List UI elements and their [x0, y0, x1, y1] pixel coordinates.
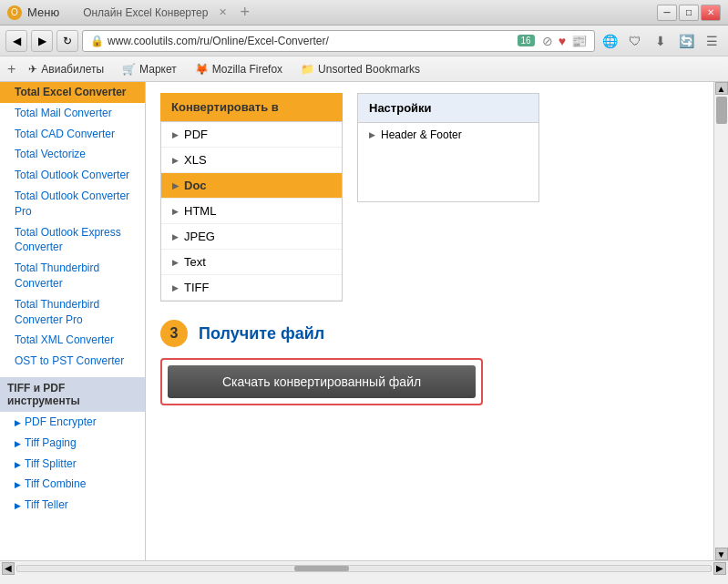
scroll-right-button[interactable]: ▶: [713, 562, 726, 575]
sidebar-item-total-excel[interactable]: Total Excel Converter: [0, 82, 145, 103]
scroll-thumb[interactable]: [716, 97, 727, 124]
sidebar-item-tiff-teller[interactable]: ▶Tiff Teller: [0, 495, 145, 516]
arrow-icon: ▶: [15, 460, 21, 469]
arrow-icon: ▶: [15, 480, 21, 489]
vertical-scrollbar[interactable]: ▲ ▼: [713, 82, 728, 560]
option-arrow-icon: ▶: [172, 181, 179, 190]
tab-title: Онлайн Excel Конвертер: [83, 6, 208, 19]
arrow-icon: ▶: [15, 439, 21, 448]
refresh-button[interactable]: ↻: [56, 30, 78, 52]
shield-icon[interactable]: 🛡: [624, 30, 646, 52]
horizontal-scrollbar[interactable]: ◀ ▶: [0, 560, 728, 575]
close-button[interactable]: ✕: [701, 5, 721, 21]
sidebar-item-pdf-encrypter[interactable]: ▶PDF Encrypter: [0, 412, 145, 433]
sidebar-item-total-outlook[interactable]: Total Outlook Converter: [0, 165, 145, 186]
opera-icon: O: [7, 5, 22, 20]
add-bookmark-button[interactable]: +: [7, 61, 15, 77]
bookmark-flights[interactable]: ✈ Авиабилеты: [23, 61, 109, 77]
settings-header: Настройки: [358, 94, 538, 123]
sidebar-item-tiff-paging[interactable]: ▶Tiff Paging: [0, 433, 145, 454]
download-button[interactable]: Скачать конвертированный файл: [168, 365, 476, 398]
sidebar-item-total-xml[interactable]: Total XML Converter: [0, 330, 145, 351]
menu-button[interactable]: Меню: [27, 5, 59, 19]
firefox-icon: 🦊: [195, 63, 209, 76]
sidebar-item-total-vectorize[interactable]: Total Vectorize: [0, 144, 145, 165]
option-doc[interactable]: ▶ Doc: [161, 173, 342, 199]
sidebar-item-tiff-splitter[interactable]: ▶Tiff Splitter: [0, 454, 145, 475]
navigation-bar: ◀ ▶ ↻ 🔒 www.coolutils.com/ru/Online/Exce…: [0, 26, 728, 56]
bookmark-firefox[interactable]: 🦊 Mozilla Firefox: [190, 61, 288, 77]
title-bar: O Меню Онлайн Excel Конвертер ✕ + ─ □ ✕: [0, 0, 728, 26]
arrow-icon: ▶: [15, 501, 21, 510]
address-bar[interactable]: 🔒 www.coolutils.com/ru/Online/Excel-Conv…: [82, 30, 595, 52]
step-title: Получите файл: [199, 324, 324, 343]
option-arrow-icon: ▶: [172, 207, 179, 216]
settings-panel: Настройки ▶ Header & Footer: [357, 93, 539, 202]
sidebar-item-total-outlook-pro[interactable]: Total Outlook Converter Pro: [0, 186, 145, 222]
sidebar-item-total-cad[interactable]: Total CAD Converter: [0, 124, 145, 145]
new-tab-button[interactable]: +: [240, 3, 250, 22]
option-jpeg[interactable]: ▶ JPEG: [161, 224, 342, 250]
download-button-container: Скачать конвертированный файл: [160, 358, 483, 405]
convert-options-list: ▶ PDF ▶ XLS ▶ Doc ▶ HTML: [160, 121, 343, 302]
sidebar-item-tiff-combine[interactable]: ▶Tiff Combine: [0, 474, 145, 495]
convert-to-label: Конвертировать в: [160, 93, 343, 121]
folder-icon: 📁: [301, 63, 314, 76]
convert-options-row: Конвертировать в ▶ PDF ▶ XLS ▶ Doc: [160, 93, 699, 302]
horizontal-scroll-thumb[interactable]: [294, 566, 349, 571]
convert-options-panel: Конвертировать в ▶ PDF ▶ XLS ▶ Doc: [160, 93, 343, 302]
step-number: 3: [160, 320, 188, 347]
rss-icon[interactable]: 📰: [571, 34, 587, 48]
sidebar-item-ost-to-pst[interactable]: OST to PST Converter: [0, 351, 145, 372]
content-area: Конвертировать в ▶ PDF ▶ XLS ▶ Doc: [146, 82, 713, 560]
sidebar-item-total-thunderbird-pro[interactable]: Total Thunderbird Converter Pro: [0, 294, 145, 331]
download-icon[interactable]: ⬇: [650, 30, 672, 52]
bookmark-market[interactable]: 🛒 Маркет: [117, 61, 182, 77]
settings-arrow-icon: ▶: [369, 130, 375, 139]
globe-icon[interactable]: 🌐: [599, 30, 620, 52]
back-button[interactable]: ◀: [5, 30, 27, 52]
cancel-icon[interactable]: ⊘: [542, 34, 553, 48]
security-badge: 16: [518, 35, 535, 46]
scroll-up-button[interactable]: ▲: [715, 82, 728, 95]
option-arrow-icon: ▶: [172, 156, 179, 165]
settings-header-footer[interactable]: ▶ Header & Footer: [358, 123, 538, 147]
title-bar-left: O Меню Онлайн Excel Конвертер ✕ +: [7, 3, 250, 22]
option-arrow-icon: ▶: [172, 258, 179, 267]
address-text: www.coolutils.com/ru/Online/Excel-Conver…: [108, 35, 514, 47]
flights-icon: ✈: [28, 63, 37, 76]
sidebar-item-total-thunderbird[interactable]: Total Thunderbird Converter: [0, 258, 145, 294]
sidebar-item-total-mail[interactable]: Total Mail Converter: [0, 103, 145, 124]
bookmarks-bar: + ✈ Авиабилеты 🛒 Маркет 🦊 Mozilla Firefo…: [0, 56, 728, 82]
window-controls: ─ □ ✕: [657, 5, 721, 21]
option-arrow-icon: ▶: [172, 283, 179, 292]
step-header: 3 Получите файл: [160, 320, 699, 347]
option-arrow-icon: ▶: [172, 232, 179, 241]
step-3-section: 3 Получите файл Скачать конвертированный…: [160, 320, 699, 405]
tab-close-icon[interactable]: ✕: [219, 6, 227, 18]
forward-button[interactable]: ▶: [31, 30, 53, 52]
sidebar-toggle-icon[interactable]: ☰: [701, 30, 723, 52]
main-container: Total Excel Converter Total Mail Convert…: [0, 82, 728, 560]
arrow-icon: ▶: [15, 418, 21, 427]
minimize-button[interactable]: ─: [657, 5, 677, 21]
market-icon: 🛒: [122, 63, 136, 76]
option-pdf[interactable]: ▶ PDF: [161, 122, 342, 148]
lock-icon: 🔒: [90, 35, 104, 47]
bookmark-unsorted[interactable]: 📁 Unsorted Bookmarks: [295, 61, 426, 77]
option-xls[interactable]: ▶ XLS: [161, 148, 342, 173]
opera-sync-icon[interactable]: 🔄: [675, 30, 697, 52]
option-arrow-icon: ▶: [172, 130, 179, 139]
sidebar-section-tiff-pdf: TIFF и PDF инструменты: [0, 377, 145, 412]
scroll-left-button[interactable]: ◀: [2, 562, 15, 575]
horizontal-scrollbar-track: [16, 565, 712, 572]
option-tiff[interactable]: ▶ TIFF: [161, 275, 342, 301]
converter-section: Конвертировать в ▶ PDF ▶ XLS ▶ Doc: [160, 93, 699, 302]
option-html[interactable]: ▶ HTML: [161, 199, 342, 224]
bookmark-star-icon[interactable]: ♥: [559, 34, 566, 48]
maximize-button[interactable]: □: [679, 5, 699, 21]
option-text[interactable]: ▶ Text: [161, 250, 342, 275]
sidebar-item-total-outlook-express[interactable]: Total Outlook Express Converter: [0, 222, 145, 259]
sidebar: Total Excel Converter Total Mail Convert…: [0, 82, 146, 560]
scroll-down-button[interactable]: ▼: [715, 548, 728, 560]
